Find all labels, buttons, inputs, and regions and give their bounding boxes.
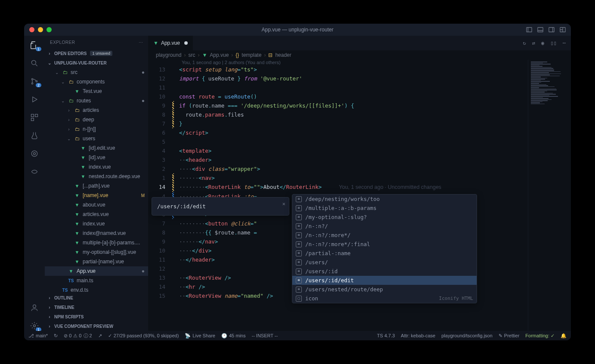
svg-marker-14 bbox=[33, 97, 37, 102]
attr-mode[interactable]: Attr: kebab-case bbox=[401, 333, 435, 338]
section-project[interactable]: ⌄UNPLUGIN-VUE-ROUTER bbox=[45, 58, 148, 68]
time-status[interactable]: 🕐 45 mins bbox=[221, 333, 246, 339]
layout-icon[interactable] bbox=[560, 27, 566, 33]
prettier-status[interactable]: ✎ Prettier bbox=[499, 333, 519, 339]
code-line[interactable]: 13<script setup lang="ts"> bbox=[148, 65, 571, 74]
code-line[interactable]: 14········<RouterLink to="">About</Route… bbox=[148, 182, 571, 192]
code-line[interactable]: 6</script> bbox=[148, 128, 571, 137]
panel-bottom-icon[interactable] bbox=[537, 27, 543, 33]
tree-item[interactable]: ▼index.vue bbox=[45, 219, 148, 228]
tab-app-vue[interactable]: ▼ App.vue bbox=[148, 36, 193, 50]
section-timeline[interactable]: ›TIMELINE bbox=[45, 302, 148, 312]
settings-icon[interactable]: 1 bbox=[29, 321, 40, 331]
panel-right-icon[interactable] bbox=[549, 27, 555, 33]
suggest-item[interactable]: ≡/users/:id bbox=[292, 267, 477, 276]
formatting-status[interactable]: Formatting: ✓ bbox=[525, 333, 555, 339]
section-outline[interactable]: ›OUTLINE bbox=[45, 293, 148, 302]
code-line[interactable]: 11 bbox=[148, 83, 571, 92]
tree-item[interactable]: ▼[...path].vue bbox=[45, 181, 148, 191]
problems-status[interactable]: ⊘ 0 ⚠ 0 ⓘ 2 bbox=[64, 333, 92, 339]
suggest-item[interactable]: ≡/n-:n?/ bbox=[292, 222, 477, 231]
close-icon[interactable]: × bbox=[282, 199, 285, 208]
tree-item[interactable]: ›🗀articles bbox=[45, 105, 148, 115]
gitlens-icon[interactable] bbox=[29, 148, 40, 159]
diff-icon[interactable]: ⇄ bbox=[532, 40, 535, 46]
more-icon[interactable]: ⋯ bbox=[139, 40, 143, 45]
preview-icon[interactable]: ◉ bbox=[541, 40, 544, 46]
suggest-item[interactable]: ≡/users/:id/edit bbox=[292, 276, 477, 285]
tree-item[interactable]: ▼nested.route.deep.vue bbox=[45, 172, 148, 181]
split-icon[interactable]: ▯▯ bbox=[550, 40, 556, 46]
code-line[interactable]: 4<template> bbox=[148, 146, 571, 155]
tree-item[interactable]: ▼partial-[name].vue bbox=[45, 257, 148, 266]
section-open-editors[interactable]: ›OPEN EDITORS1 unsaved bbox=[45, 49, 148, 58]
ts-version[interactable]: TS 4.7.3 bbox=[377, 333, 395, 338]
extensions-icon[interactable] bbox=[29, 112, 40, 123]
tree-item[interactable]: TSenv.d.ts bbox=[45, 285, 148, 293]
ports-icon[interactable]: ↗ bbox=[98, 333, 102, 339]
editor: ▼ App.vue ↻ ⇄ ◉ ▯▯ ⋯ playground› src› ▼A… bbox=[148, 36, 571, 331]
tree-item[interactable]: ▼[id].edit.vue bbox=[45, 143, 148, 153]
suggest-item[interactable]: ≡/my-optional-:slug? bbox=[292, 213, 477, 222]
debug-icon[interactable] bbox=[29, 94, 40, 105]
code-line[interactable]: 8 route.params.files bbox=[148, 110, 571, 119]
tree-item[interactable]: ›🗀deep bbox=[45, 115, 148, 124]
tree-item[interactable]: ⌄🗀routes● bbox=[45, 96, 148, 105]
code-line[interactable]: 10const route = useRoute() bbox=[148, 92, 571, 101]
minimize-icon[interactable] bbox=[38, 27, 43, 32]
tree-item[interactable]: TSmain.ts bbox=[45, 276, 148, 285]
tree-item[interactable]: ⌄🗀users bbox=[45, 134, 148, 143]
code-line[interactable]: 5 bbox=[148, 137, 571, 146]
scm-icon[interactable]: 2 bbox=[29, 76, 40, 86]
liveshare-status[interactable]: 📡 Live Share bbox=[185, 333, 215, 339]
branch-status[interactable]: ⎇ main* bbox=[28, 333, 48, 339]
close-icon[interactable] bbox=[29, 27, 34, 32]
suggest-item[interactable]: ≡/multiple-:a-:b-params bbox=[292, 204, 477, 213]
suggest-item[interactable]: ≡/deep/nesting/works/too bbox=[292, 194, 477, 204]
section-npm[interactable]: ›NPM SCRIPTS bbox=[45, 312, 148, 321]
sync-status[interactable]: ↻ bbox=[54, 333, 58, 339]
tree-item[interactable]: ▼App.vue● bbox=[45, 266, 148, 276]
code-line[interactable]: 12import { useRoute } from '@vue-router' bbox=[148, 74, 571, 83]
explorer-icon[interactable]: 1 bbox=[29, 40, 40, 50]
code-line[interactable]: 7} bbox=[148, 119, 571, 128]
suggest-item[interactable]: ≡/users/ bbox=[292, 258, 477, 267]
more-icon[interactable]: ⋯ bbox=[563, 40, 566, 46]
tests-status[interactable]: ✓ 27/29 passed (93%, 0 skipped) bbox=[108, 333, 179, 339]
minimap[interactable] bbox=[528, 60, 571, 331]
suggest-item[interactable]: ≡/n-:n?/:more*/:final bbox=[292, 240, 477, 249]
tree-item[interactable]: ▼[name].vueM bbox=[45, 191, 148, 200]
code-line[interactable]: 9if (route.name === '/deep/nesting/works… bbox=[148, 101, 571, 110]
tree-item[interactable]: ▼articles.vue bbox=[45, 210, 148, 219]
tree-item[interactable]: ▼index.vue bbox=[45, 162, 148, 172]
account-icon[interactable] bbox=[29, 302, 40, 313]
suggest-item[interactable]: ≡/n-:n?/:more*/ bbox=[292, 231, 477, 240]
tree-item[interactable]: ▼multiple-[a]-[b]-params.... bbox=[45, 238, 148, 247]
section-vue-preview[interactable]: ›VUE COMPONENT PREVIEW bbox=[45, 321, 148, 331]
code-line[interactable]: 2····<div class="wrapper"> bbox=[148, 164, 571, 173]
code-line[interactable]: 1······<nav> bbox=[148, 173, 571, 182]
testing-icon[interactable] bbox=[29, 130, 40, 141]
suggest-item[interactable]: ≡/partial-:name bbox=[292, 249, 477, 258]
suggest-item[interactable]: ≡/users/nested/route/deep bbox=[292, 285, 477, 294]
tree-item[interactable]: ▼about.vue bbox=[45, 200, 148, 210]
tree-item[interactable]: ⌄🗀src● bbox=[45, 68, 148, 77]
zoom-icon[interactable] bbox=[46, 27, 52, 32]
panel-left-icon[interactable] bbox=[526, 27, 532, 33]
tree-item[interactable]: ⌄🗀components bbox=[45, 77, 148, 86]
remote-icon[interactable] bbox=[29, 167, 40, 177]
tree-item[interactable]: ▼my-optional-[[slug]].vue bbox=[45, 247, 148, 257]
tab-label: App.vue bbox=[161, 40, 180, 46]
breadcrumb[interactable]: playground› src› ▼App.vue› {}template› ⊟… bbox=[148, 50, 571, 60]
code-area[interactable]: 13<script setup lang="ts">12import { use… bbox=[148, 65, 571, 331]
tree-item[interactable]: ▼[id].vue bbox=[45, 153, 148, 162]
tree-item[interactable]: ▼index@named.vue bbox=[45, 228, 148, 238]
tree-item[interactable]: ›🗀n-[[n]] bbox=[45, 124, 148, 134]
suggest-item[interactable]: ▢iconIconify HTML bbox=[292, 294, 477, 303]
search-icon[interactable] bbox=[29, 58, 40, 68]
tree-item[interactable]: ▼Test.vue bbox=[45, 86, 148, 96]
bell-icon[interactable]: 🔔 bbox=[561, 333, 567, 339]
run-icon[interactable]: ↻ bbox=[523, 40, 526, 46]
tsconfig-status[interactable]: playground/tsconfig.json bbox=[441, 333, 493, 338]
code-line[interactable]: 3··<header> bbox=[148, 155, 571, 164]
